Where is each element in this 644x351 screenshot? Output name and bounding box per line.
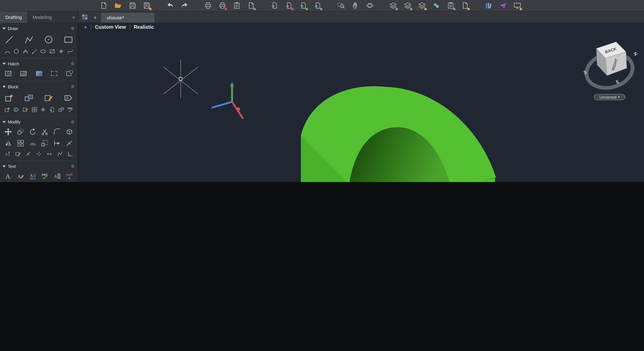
attribute-display-icon[interactable] — [12, 106, 21, 114]
align-icon[interactable] — [3, 150, 12, 158]
compass-north-label[interactable]: N — [633, 51, 639, 57]
page-setup-icon[interactable] — [232, 1, 242, 10]
block-editor-icon[interactable] — [43, 92, 55, 104]
view-name-control[interactable]: Custom View — [95, 24, 126, 30]
multiline-icon[interactable] — [21, 47, 30, 55]
visual-style-control[interactable]: Realistic — [134, 24, 154, 30]
named-view-dropdown[interactable]: Unnamed ▾ — [594, 94, 625, 100]
text-settings-gear-icon[interactable] — [70, 164, 75, 169]
circle-icon[interactable] — [43, 33, 55, 45]
pan-icon[interactable] — [350, 1, 360, 10]
new-file-icon[interactable] — [98, 1, 108, 10]
export-pdf-icon[interactable] — [284, 1, 294, 10]
color-settings-icon[interactable] — [431, 1, 441, 10]
batch-publish-icon[interactable] — [313, 1, 322, 10]
wipeout-icon[interactable] — [64, 68, 74, 78]
rotate-icon[interactable] — [28, 127, 38, 137]
single-line-text-icon[interactable] — [16, 171, 25, 181]
section-header-modify[interactable]: Modify — [2, 118, 75, 126]
undo-icon[interactable] — [165, 1, 175, 10]
properties-manager-icon[interactable] — [460, 1, 470, 10]
save-icon[interactable] — [127, 1, 137, 10]
plot-icon[interactable] — [217, 1, 227, 10]
open-file-icon[interactable] — [113, 1, 123, 10]
stretch-icon[interactable] — [52, 138, 62, 148]
polygon-icon[interactable] — [12, 47, 21, 55]
construction-line-icon[interactable] — [30, 47, 38, 55]
print-icon[interactable] — [203, 1, 213, 10]
layer-translate-icon[interactable] — [417, 1, 426, 10]
tab-drafting[interactable]: Drafting — [0, 11, 27, 23]
zoom-window-icon[interactable] — [336, 1, 346, 10]
text-columns-icon[interactable] — [52, 171, 62, 181]
layout-grid-icon[interactable] — [81, 14, 88, 21]
line-icon[interactable] — [3, 33, 15, 45]
trim-icon[interactable] — [40, 127, 50, 137]
3d-align-icon[interactable] — [64, 127, 74, 137]
mirror-icon[interactable] — [3, 138, 13, 148]
layer-properties-icon[interactable] — [388, 1, 398, 10]
modify-settings-gear-icon[interactable] — [70, 119, 75, 124]
measure-icon[interactable] — [66, 150, 74, 158]
copy-icon[interactable] — [16, 127, 25, 137]
boundary-icon[interactable] — [49, 68, 59, 78]
create-block-icon[interactable] — [23, 92, 35, 104]
fillet-icon[interactable] — [52, 127, 62, 137]
section-header-block[interactable]: Block — [2, 83, 75, 91]
count-blocks-icon[interactable] — [66, 106, 74, 114]
explode-icon[interactable] — [64, 138, 74, 148]
tab-modeling[interactable]: Modeling — [27, 11, 57, 23]
export-block-icon[interactable] — [48, 106, 56, 114]
palette-collapse-button[interactable]: « — [72, 14, 75, 20]
plot-preview-icon[interactable] — [246, 1, 256, 10]
region-icon[interactable] — [48, 47, 56, 55]
export-dwf-icon[interactable] — [270, 1, 279, 10]
group-objects-icon[interactable] — [57, 106, 66, 114]
hatch-settings-gear-icon[interactable] — [70, 61, 75, 66]
insert-block-icon[interactable] — [3, 92, 15, 104]
orbit-icon[interactable] — [365, 1, 374, 10]
attach-block-icon[interactable] — [3, 106, 12, 114]
lengthen-icon[interactable] — [45, 150, 54, 158]
linetype-manager-icon[interactable] — [446, 1, 455, 10]
edit-attributes-icon[interactable] — [21, 106, 30, 114]
sheet-set-manager-icon[interactable] — [484, 1, 493, 10]
ellipse-icon[interactable] — [39, 47, 48, 55]
display-settings-icon[interactable] — [512, 1, 522, 10]
offset-icon[interactable] — [28, 138, 38, 148]
new-drawing-tab-button[interactable]: + — [93, 14, 97, 21]
point-icon[interactable] — [57, 47, 66, 55]
section-header-text[interactable]: Text — [2, 162, 75, 170]
polyline-icon[interactable] — [23, 33, 35, 45]
set-base-point-icon[interactable] — [39, 106, 48, 114]
break-icon[interactable] — [24, 150, 32, 158]
rectangle-icon[interactable] — [62, 33, 74, 45]
block-settings-gear-icon[interactable] — [70, 84, 75, 89]
etransmit-icon[interactable] — [498, 1, 508, 10]
add-viewport-button[interactable]: + — [84, 24, 87, 30]
export-dgn-icon[interactable] — [298, 1, 308, 10]
axis-grip[interactable] — [236, 107, 240, 111]
edit-polyline-icon[interactable] — [56, 150, 64, 158]
layer-states-icon[interactable] — [402, 1, 412, 10]
model-3d-solid[interactable] — [288, 80, 501, 182]
multiline-text-icon[interactable] — [3, 171, 13, 181]
draw-settings-gear-icon[interactable] — [70, 26, 75, 31]
redo-icon[interactable] — [180, 1, 189, 10]
join-icon[interactable] — [35, 150, 43, 158]
array-icon[interactable] — [16, 138, 25, 148]
hatch-pattern-icon[interactable] — [18, 68, 28, 78]
text-style-icon[interactable] — [28, 171, 38, 181]
match-properties-icon[interactable] — [14, 150, 22, 158]
drawing-tab-uhouse[interactable]: uhouse* — [101, 13, 154, 22]
spell-check-icon[interactable] — [40, 171, 50, 181]
move-icon[interactable] — [3, 127, 13, 137]
spline-icon[interactable] — [66, 47, 74, 55]
pdf-import-icon[interactable] — [64, 171, 74, 181]
gradient-icon[interactable] — [34, 68, 44, 78]
section-header-draw[interactable]: Draw — [2, 24, 75, 32]
define-attributes-icon[interactable] — [62, 92, 74, 104]
arc-icon[interactable] — [3, 47, 12, 55]
scale-icon[interactable] — [40, 138, 50, 148]
section-header-hatch[interactable]: Hatch — [2, 60, 75, 68]
